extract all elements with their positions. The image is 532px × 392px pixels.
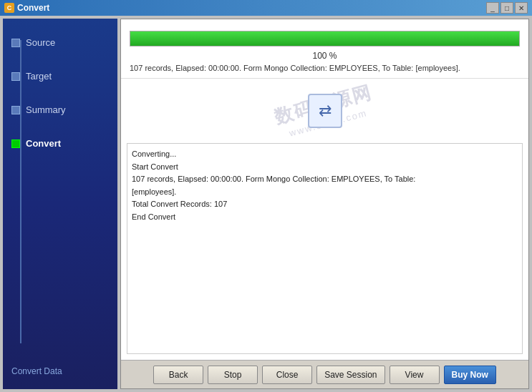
sidebar-item-target[interactable]: Target — [3, 59, 117, 93]
progress-percentage-label: 100 % — [130, 51, 520, 61]
buy-now-button[interactable]: Buy Now — [444, 366, 496, 384]
progress-info-text: 107 records, Elapsed: 00:00:00. Form Mon… — [130, 64, 520, 72]
log-line: Start Convert — [132, 161, 518, 174]
minimize-button[interactable]: _ — [486, 2, 499, 14]
sidebar-label-convert: Convert — [26, 138, 61, 149]
content-area: 100 % 107 records, Elapsed: 00:00:00. Fo… — [120, 19, 529, 389]
close-button[interactable]: Close — [262, 366, 312, 384]
sidebar-bottom-label: Convert Data — [3, 358, 117, 382]
button-bar: Back Stop Close Save Session View Buy No… — [121, 360, 528, 388]
converting-icon: ⇄ — [308, 94, 342, 128]
sidebar-item-convert[interactable]: Convert — [3, 127, 117, 160]
log-line: End Convert — [132, 211, 518, 224]
main-container: Source Target Summary Convert Convert Da… — [0, 16, 532, 392]
close-window-button[interactable]: ✕ — [515, 2, 528, 14]
title-bar: C Convert _ □ ✕ — [0, 0, 532, 16]
window-title: Convert — [17, 3, 49, 13]
log-line: 107 records, Elapsed: 00:00:00. Form Mon… — [132, 173, 518, 186]
sidebar-label-target: Target — [26, 71, 52, 82]
log-line: Total Convert Records: 107 — [132, 198, 518, 211]
sidebar-item-source[interactable]: Source — [3, 26, 117, 59]
sidebar-label-source: Source — [26, 37, 55, 48]
log-line: [employees]. — [132, 186, 518, 199]
sidebar: Source Target Summary Convert Convert Da… — [3, 19, 117, 389]
sidebar-item-summary[interactable]: Summary — [3, 93, 117, 127]
title-bar-controls: _ □ ✕ — [486, 2, 528, 14]
sidebar-dot-source — [11, 39, 20, 47]
stop-button[interactable]: Stop — [208, 366, 258, 384]
title-bar-left: C Convert — [4, 3, 49, 13]
maximize-button[interactable]: □ — [500, 2, 513, 14]
sidebar-dot-target — [11, 72, 20, 81]
save-session-button[interactable]: Save Session — [316, 366, 385, 384]
sidebar-label-summary: Summary — [26, 104, 66, 115]
progress-section: 100 % 107 records, Elapsed: 00:00:00. Fo… — [121, 19, 528, 79]
sidebar-dot-convert — [11, 139, 20, 148]
view-button[interactable]: View — [390, 366, 440, 384]
log-area[interactable]: Converting...Start Convert107 records, E… — [127, 143, 523, 354]
progress-bar-container — [130, 31, 520, 46]
progress-bar-fill — [130, 31, 519, 46]
watermark-area: 数码资源网 www.smzy.com ⇄ — [121, 79, 528, 143]
app-icon: C — [4, 3, 14, 13]
sidebar-nav: Source Target Summary Convert — [3, 26, 117, 358]
back-button[interactable]: Back — [153, 366, 203, 384]
log-line: Converting... — [132, 148, 518, 161]
sidebar-dot-summary — [11, 106, 20, 114]
